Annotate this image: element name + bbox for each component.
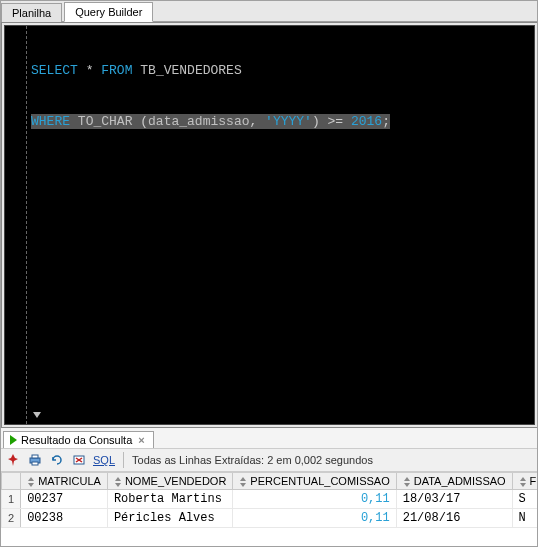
cancel-icon[interactable] (71, 452, 87, 468)
col-ferias[interactable]: FERIAS (512, 473, 537, 490)
svg-marker-6 (28, 477, 34, 481)
svg-rect-1 (32, 455, 38, 458)
col-matricula[interactable]: MATRICULA (21, 473, 108, 490)
cell-matricula[interactable]: 00238 (21, 509, 108, 528)
svg-marker-8 (115, 477, 121, 481)
col-data-admissao[interactable]: DATA_ADMISSAO (396, 473, 512, 490)
cell-data-admissao[interactable]: 21/08/16 (396, 509, 512, 528)
editor-gutter (5, 26, 27, 424)
sql-link[interactable]: SQL (93, 454, 115, 466)
result-tab-label: Resultado da Consulta (21, 434, 132, 446)
kw-from: FROM (101, 63, 132, 78)
literal-2016: 2016 (351, 114, 382, 129)
svg-marker-11 (240, 483, 246, 487)
kw-where: WHERE (31, 114, 70, 129)
cell-percentual[interactable]: 0,11 (233, 490, 396, 509)
editor-end-marker-icon (33, 412, 41, 418)
semicolon: ; (382, 114, 390, 129)
results-toolbar: SQL Todas as Linhas Extraídas: 2 em 0,00… (1, 448, 537, 472)
col-label: PERCENTUAL_COMISSAO (250, 475, 389, 487)
table-row[interactable]: 1 00237 Roberta Martins 0,11 18/03/17 S (2, 490, 538, 509)
sort-icon[interactable] (519, 477, 527, 487)
col-label: FERIAS (530, 475, 537, 487)
cell-ferias[interactable]: S (512, 490, 537, 509)
close-icon[interactable]: × (136, 434, 146, 446)
fmt-string: 'YYYY' (265, 114, 312, 129)
sql-line-2[interactable]: WHERE TO_CHAR (data_admissao, 'YYYY') >=… (31, 113, 534, 130)
table-header-row: MATRICULA NOME_VENDEDOR PERCENTUAL_COMIS… (2, 473, 538, 490)
svg-rect-2 (32, 462, 38, 465)
cell-nome-vendedor[interactable]: Roberta Martins (107, 490, 232, 509)
results-grid[interactable]: MATRICULA NOME_VENDEDOR PERCENTUAL_COMIS… (1, 472, 537, 546)
editor-area: SELECT * FROM TB_VENDEDORES WHERE TO_CHA… (1, 22, 537, 427)
svg-marker-12 (404, 477, 410, 481)
svg-marker-10 (240, 477, 246, 481)
sort-icon[interactable] (239, 477, 247, 487)
results-table: MATRICULA NOME_VENDEDOR PERCENTUAL_COMIS… (1, 473, 537, 528)
table-row[interactable]: 2 00238 Péricles Alves 0,11 21/08/16 N (2, 509, 538, 528)
svg-marker-15 (520, 483, 526, 487)
refresh-icon[interactable] (49, 452, 65, 468)
op-ge: >= (328, 114, 344, 129)
svg-marker-13 (404, 483, 410, 487)
svg-marker-9 (115, 483, 121, 487)
table-name: TB_VENDEDORES (140, 63, 241, 78)
selection: WHERE TO_CHAR (data_admissao, 'YYYY') >=… (31, 114, 390, 129)
arg-col: data_admissao (148, 114, 249, 129)
toolbar-separator (123, 452, 124, 468)
kw-select: SELECT (31, 63, 78, 78)
col-label: MATRICULA (38, 475, 101, 487)
cell-ferias[interactable]: N (512, 509, 537, 528)
results-tabs: Resultado da Consulta × (1, 428, 537, 448)
func-to-char: TO_CHAR (78, 114, 133, 129)
paren-close: ) (312, 114, 320, 129)
sql-line-1[interactable]: SELECT * FROM TB_VENDEDORES (31, 62, 534, 79)
cell-percentual[interactable]: 0,11 (233, 509, 396, 528)
tab-query-result[interactable]: Resultado da Consulta × (3, 431, 154, 448)
sort-icon[interactable] (114, 477, 122, 487)
sql-editor[interactable]: SELECT * FROM TB_VENDEDORES WHERE TO_CHA… (4, 25, 535, 425)
cell-nome-vendedor[interactable]: Péricles Alves (107, 509, 232, 528)
cell-matricula[interactable]: 00237 (21, 490, 108, 509)
svg-marker-7 (28, 483, 34, 487)
col-percentual-comissao[interactable]: PERCENTUAL_COMISSAO (233, 473, 396, 490)
results-panel: Resultado da Consulta × SQL Todas as Lin… (1, 427, 537, 546)
paren-open: ( (140, 114, 148, 129)
table-body: 1 00237 Roberta Martins 0,11 18/03/17 S … (2, 490, 538, 528)
status-text: Todas as Linhas Extraídas: 2 em 0,002 se… (132, 454, 373, 466)
cell-rownum: 1 (2, 490, 21, 509)
cell-rownum: 2 (2, 509, 21, 528)
print-icon[interactable] (27, 452, 43, 468)
sql-developer-window: Planilha Query Builder SELECT * FROM TB_… (0, 0, 538, 547)
tab-planilha[interactable]: Planilha (1, 3, 62, 22)
play-icon (10, 435, 17, 445)
svg-marker-14 (520, 477, 526, 481)
editor-tabs: Planilha Query Builder (1, 1, 537, 22)
tab-query-builder[interactable]: Query Builder (64, 2, 153, 22)
col-rownum[interactable] (2, 473, 21, 490)
sort-icon[interactable] (27, 477, 35, 487)
col-nome-vendedor[interactable]: NOME_VENDEDOR (107, 473, 232, 490)
sql-code[interactable]: SELECT * FROM TB_VENDEDORES WHERE TO_CHA… (31, 28, 534, 164)
space (78, 63, 86, 78)
pin-icon[interactable] (5, 452, 21, 468)
col-label: NOME_VENDEDOR (125, 475, 226, 487)
cell-data-admissao[interactable]: 18/03/17 (396, 490, 512, 509)
col-label: DATA_ADMISSAO (414, 475, 506, 487)
sort-icon[interactable] (403, 477, 411, 487)
